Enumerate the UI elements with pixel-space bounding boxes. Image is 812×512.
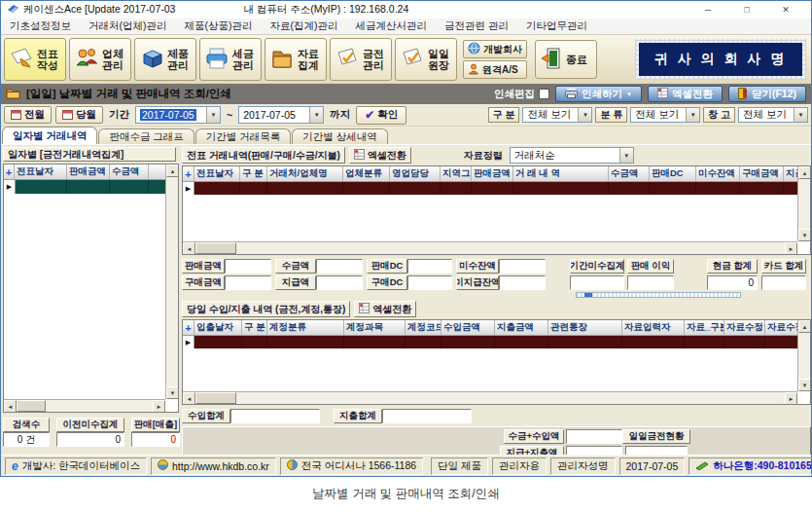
minimize-button[interactable]: ─ bbox=[688, 2, 727, 18]
column-header[interactable]: 판매DC bbox=[650, 166, 696, 181]
scroll-up-icon[interactable]: ▲ bbox=[798, 166, 811, 179]
changgo-combo[interactable]: 전체 보기 ▼ bbox=[738, 107, 808, 123]
column-header[interactable]: 판매금액 bbox=[67, 165, 110, 179]
voucher-create-button[interactable]: 전표작성 bbox=[4, 38, 66, 81]
column-header[interactable]: 업체분류 bbox=[343, 166, 390, 181]
menu-etc-mgmt[interactable]: 기타업무관리 bbox=[517, 19, 596, 33]
tab-daily-transactions[interactable]: 일자별 거래내역 bbox=[2, 127, 97, 144]
vertical-scrollbar[interactable]: ▲ ▼ bbox=[165, 165, 178, 399]
column-header[interactable]: 수입금액 bbox=[441, 320, 495, 335]
selected-row[interactable]: ▶ bbox=[183, 182, 798, 195]
horizontal-scrollbar[interactable]: ◄ ► bbox=[183, 391, 797, 404]
print-edit-checkbox[interactable] bbox=[539, 89, 549, 99]
column-header[interactable]: 거 래 내 역 bbox=[513, 166, 609, 181]
close-f12-button[interactable]: 닫기(F12) bbox=[728, 86, 806, 102]
scroll-right-icon[interactable]: ► bbox=[153, 400, 165, 413]
confirm-button[interactable]: ✔ 확인 bbox=[356, 106, 406, 125]
column-header[interactable]: 구 분 bbox=[242, 320, 267, 335]
column-header[interactable]: 계정코드 bbox=[406, 320, 441, 335]
column-header[interactable]: 전표날자 bbox=[15, 165, 67, 179]
column-header[interactable]: 수금액 bbox=[609, 166, 650, 181]
menu-product-mgmt[interactable]: 제품(상품)관리 bbox=[176, 19, 262, 33]
column-header[interactable]: 자료_구분 bbox=[685, 320, 724, 335]
transactions-grid[interactable]: + 전표날자 구 분 거래처/업체명 업체분류 영업담당 지역그룹 판매금액 거… bbox=[182, 165, 811, 255]
data-summary-button[interactable]: 자료집계 bbox=[265, 38, 327, 81]
scroll-left-icon[interactable]: ◄ bbox=[183, 242, 195, 255]
scroll-up-icon[interactable]: ▲ bbox=[798, 320, 811, 333]
maximize-button[interactable]: □ bbox=[727, 2, 766, 18]
column-header[interactable]: 구 분 bbox=[240, 166, 267, 181]
daily-summary-grid[interactable]: + 전표날자 판매금액 수금액 ▶ ▲ ▼ bbox=[3, 164, 179, 413]
column-header[interactable]: 관련통장 bbox=[548, 320, 622, 335]
scroll-thumb[interactable] bbox=[195, 242, 236, 254]
vertical-scrollbar[interactable]: ▲ ▼ bbox=[797, 320, 810, 391]
tab-sales-graph[interactable]: 판매수금 그래프 bbox=[98, 128, 194, 144]
product-mgmt-button[interactable]: 제품관리 bbox=[134, 38, 196, 81]
column-header[interactable]: 입출날자 bbox=[194, 320, 242, 335]
prev-month-button[interactable]: 전월 bbox=[4, 106, 52, 124]
website-segment[interactable]: http://www.hkdb.co.kr bbox=[151, 457, 276, 475]
column-header[interactable]: 지출금액 bbox=[495, 320, 548, 335]
scroll-thumb[interactable] bbox=[17, 400, 46, 412]
bunryu-combo[interactable]: 전체 보기 ▼ bbox=[630, 107, 700, 123]
column-header[interactable]: 지역그룹 bbox=[441, 166, 472, 181]
scroll-thumb[interactable] bbox=[584, 293, 592, 297]
column-header[interactable]: 거래처/업체명 bbox=[267, 166, 343, 181]
column-header[interactable]: 자료입력자 bbox=[622, 320, 685, 335]
horizontal-scrollbar[interactable]: ◄ ► bbox=[4, 399, 165, 412]
chevron-down-icon[interactable]: ▼ bbox=[206, 107, 220, 123]
column-header[interactable]: 계정분류 bbox=[267, 320, 344, 335]
column-header[interactable]: 계정과목 bbox=[344, 320, 406, 335]
plus-icon[interactable]: + bbox=[4, 165, 15, 179]
tab-period-detail[interactable]: 기간별 상세내역 bbox=[292, 128, 387, 144]
chevron-down-icon[interactable]: ▼ bbox=[794, 108, 807, 122]
column-header[interactable]: 수금액 bbox=[110, 165, 149, 179]
summary-mini-scrollbar[interactable] bbox=[576, 292, 741, 298]
sort-combo[interactable]: 거래처순 ▼ bbox=[510, 147, 634, 164]
remote-as-button[interactable]: 원격A/S bbox=[463, 60, 527, 79]
scroll-up-icon[interactable]: ▲ bbox=[166, 165, 179, 177]
chevron-down-icon[interactable]: ▼ bbox=[686, 108, 699, 122]
scroll-right-icon[interactable]: ► bbox=[785, 392, 797, 405]
column-header[interactable]: 영업담당 bbox=[390, 166, 441, 181]
column-header[interactable]: 미수잔액 bbox=[696, 166, 740, 181]
menu-tax-invoice-mgmt[interactable]: 세금계산서관리 bbox=[347, 19, 437, 33]
scroll-left-icon[interactable]: ◄ bbox=[183, 392, 195, 405]
column-header[interactable]: 전표날자 bbox=[194, 166, 240, 181]
vertical-scrollbar[interactable]: ▲ ▼ bbox=[797, 166, 810, 241]
daily-ledger-button[interactable]: 일일원장 bbox=[395, 38, 457, 81]
horizontal-scrollbar[interactable]: ◄ ► bbox=[183, 241, 797, 254]
tax-mgmt-button[interactable]: 세금관리 bbox=[199, 38, 262, 81]
client-mgmt-button[interactable]: 업체관리 bbox=[69, 38, 131, 81]
plus-icon[interactable]: + bbox=[183, 166, 194, 181]
income-expense-grid[interactable]: + 입출날자 구 분 계정분류 계정과목 계정코드 수입금액 지출금액 관련통장… bbox=[182, 319, 811, 405]
chevron-down-icon[interactable]: ▼ bbox=[619, 148, 633, 163]
excel-button-2[interactable]: 엑셀전환 bbox=[354, 301, 416, 317]
this-month-button[interactable]: 당월 bbox=[55, 106, 103, 124]
scroll-thumb[interactable] bbox=[195, 392, 236, 404]
menu-money-mgmt[interactable]: 금전관련 관리 bbox=[436, 19, 517, 33]
dev-company-button[interactable]: 개발회사 bbox=[463, 40, 527, 58]
column-header[interactable]: 구매금액 bbox=[740, 166, 784, 181]
scroll-down-icon[interactable]: ▼ bbox=[166, 386, 179, 399]
menu-basic-settings[interactable]: 기초설정정보 bbox=[1, 19, 80, 33]
gubun-combo[interactable]: 전체 보기 ▼ bbox=[522, 107, 592, 123]
chevron-down-icon[interactable]: ▼ bbox=[578, 108, 591, 122]
print-button[interactable]: 인쇄하기 ▼ bbox=[555, 86, 642, 102]
date-to-combo[interactable]: 2017-07-05 ▼ bbox=[238, 106, 324, 124]
chevron-down-icon[interactable]: ▼ bbox=[309, 107, 323, 123]
scroll-down-icon[interactable]: ▼ bbox=[798, 379, 811, 391]
scroll-left-icon[interactable]: ◄ bbox=[4, 400, 17, 413]
scroll-right-icon[interactable]: ► bbox=[785, 242, 797, 255]
selected-row[interactable]: ▶ bbox=[183, 336, 798, 348]
money-mgmt-button[interactable]: 금전관리 bbox=[330, 38, 392, 81]
menu-client-mgmt[interactable]: 거래처(업체)관리 bbox=[80, 19, 176, 33]
tab-period-list[interactable]: 기간별 거래목록 bbox=[195, 128, 291, 144]
exit-button[interactable]: 종료 bbox=[535, 40, 597, 79]
column-header[interactable]: 자료수정일 bbox=[724, 320, 765, 335]
column-header[interactable]: 판매금액 bbox=[472, 166, 513, 181]
selected-row[interactable]: ▶ bbox=[4, 180, 178, 194]
close-button[interactable]: ✕ bbox=[766, 2, 805, 18]
scroll-down-icon[interactable]: ▼ bbox=[798, 229, 811, 241]
excel-convert-button[interactable]: 엑셀전환 bbox=[648, 86, 723, 102]
